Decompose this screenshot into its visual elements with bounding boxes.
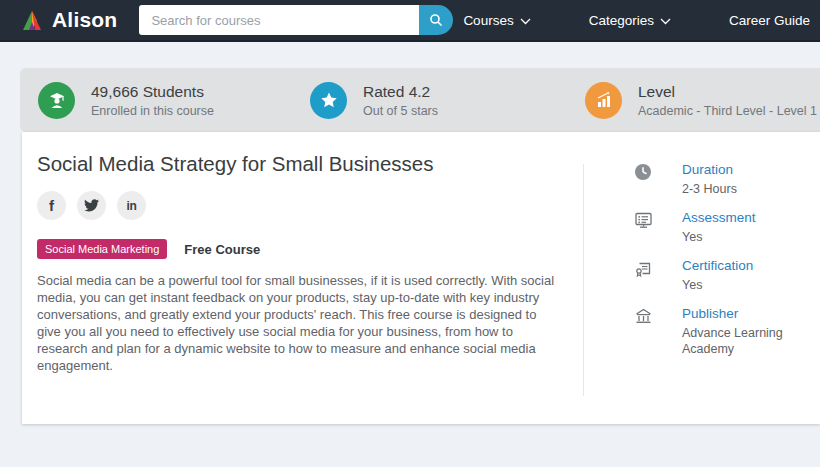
detail-label[interactable]: Duration <box>682 162 802 177</box>
star-icon <box>310 82 347 119</box>
clock-icon <box>634 162 656 197</box>
nav-item-career-guide[interactable]: Career Guide <box>729 13 810 28</box>
stat-subtitle: Enrolled in this course <box>91 104 214 118</box>
nav-item-label: Career Guide <box>729 13 810 28</box>
detail-label[interactable]: Certification <box>682 258 802 273</box>
stat-title: Rated 4.2 <box>363 83 438 101</box>
level-chart-icon <box>585 82 622 119</box>
search-input[interactable] <box>139 5 419 35</box>
publisher-icon <box>634 306 656 357</box>
course-card: Social Media Strategy for Small Business… <box>22 132 820 424</box>
stat-students: 49,666 Students Enrolled in this course <box>20 82 310 119</box>
course-details-sidebar: Duration 2-3 Hours Assessmen <box>584 132 820 424</box>
assessment-icon <box>634 210 656 245</box>
badge-row: Social Media Marketing Free Course <box>37 239 563 259</box>
detail-label[interactable]: Publisher <box>682 306 802 321</box>
detail-publisher: Publisher Advance Learning Academy <box>634 306 820 357</box>
stat-rating: Rated 4.2 Out of 5 stars <box>310 82 585 119</box>
alison-logo[interactable]: Alison <box>22 8 117 32</box>
stat-level: Level Academic - Third Level - Level 1 <box>585 82 820 119</box>
nav-links: Courses Categories Career Guide <box>463 13 810 28</box>
alison-triangle-icon <box>22 9 46 31</box>
brand-name: Alison <box>52 8 117 32</box>
course-description: Social media can be a powerful tool for … <box>37 272 563 374</box>
twitter-icon <box>84 199 99 212</box>
course-stats-bar: 49,666 Students Enrolled in this course … <box>20 68 820 132</box>
facebook-share-button[interactable]: f <box>37 191 66 220</box>
top-navbar: Alison Courses Categories Ca <box>0 0 820 42</box>
search-button[interactable] <box>419 5 453 35</box>
facebook-icon: f <box>49 197 54 214</box>
detail-value: Yes <box>682 229 802 245</box>
nav-item-label: Courses <box>463 13 513 28</box>
detail-value: 2-3 Hours <box>682 181 802 197</box>
detail-label[interactable]: Assessment <box>682 210 802 225</box>
chevron-down-icon <box>520 18 531 25</box>
page-background-spacer <box>0 42 820 68</box>
stat-subtitle: Out of 5 stars <box>363 104 438 118</box>
certification-icon <box>634 258 656 293</box>
stat-title: 49,666 Students <box>91 83 214 101</box>
stat-subtitle: Academic - Third Level - Level 1 <box>638 104 817 118</box>
twitter-share-button[interactable] <box>77 191 106 220</box>
free-course-label: Free Course <box>184 242 260 257</box>
nav-item-label: Categories <box>589 13 654 28</box>
course-main: Social Media Strategy for Small Business… <box>22 132 583 424</box>
course-title: Social Media Strategy for Small Business… <box>37 152 563 176</box>
nav-item-courses[interactable]: Courses <box>463 13 530 28</box>
detail-duration: Duration 2-3 Hours <box>634 162 820 197</box>
detail-certification: Certification Yes <box>634 258 820 293</box>
nav-item-categories[interactable]: Categories <box>589 13 671 28</box>
linkedin-share-button[interactable]: in <box>117 191 146 220</box>
social-share-row: f in <box>37 191 563 220</box>
detail-value: Yes <box>682 277 802 293</box>
linkedin-icon: in <box>126 199 136 213</box>
detail-value: Advance Learning Academy <box>682 325 802 357</box>
search-box <box>139 5 453 35</box>
chevron-down-icon <box>660 18 671 25</box>
graduate-icon <box>38 82 75 119</box>
stat-title: Level <box>638 83 817 101</box>
detail-assessment: Assessment Yes <box>634 210 820 245</box>
category-badge[interactable]: Social Media Marketing <box>37 239 167 259</box>
search-icon <box>429 13 443 27</box>
